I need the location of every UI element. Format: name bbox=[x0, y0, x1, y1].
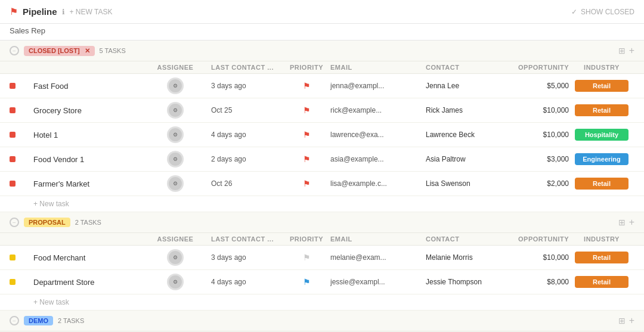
contact-value: Lisa Swenson bbox=[426, 179, 497, 188]
header: ⚑ Pipeline ℹ + NEW TASK ✓ SHOW CLOSED Sa… bbox=[0, 0, 644, 41]
opportunity-value: $10,000 bbox=[497, 106, 569, 114]
section-badge-proposal[interactable]: PROPOSAL bbox=[24, 218, 70, 227]
table-header-proposal: ASSIGNEE LAST CONTACT ... PRIORITY EMAIL… bbox=[0, 233, 644, 246]
email-value: lawrence@exa... bbox=[330, 131, 420, 139]
table-row: Grocery Store ⚙ Oct 25 ⚑ rick@example...… bbox=[0, 98, 644, 123]
priority-flag: ⚑ bbox=[283, 154, 330, 164]
opportunity-value: $8,000 bbox=[497, 278, 569, 286]
page-title: Pipeline bbox=[23, 7, 57, 17]
row-dot bbox=[10, 181, 16, 187]
email-value: jessie@exampl... bbox=[330, 278, 420, 286]
table-row: Food Merchant ⚙ 3 days ago ⚑ melanie@exa… bbox=[0, 246, 644, 270]
avatar: ⚙ bbox=[167, 274, 184, 290]
last-contact-value: 3 days ago bbox=[211, 253, 283, 262]
table-header-closed: ASSIGNEE LAST CONTACT ... PRIORITY EMAIL… bbox=[0, 61, 644, 74]
task-name[interactable]: Grocery Store bbox=[33, 106, 140, 115]
section-tasks-count-proposal: 2 TASKS bbox=[75, 219, 101, 226]
email-value: melanie@exam... bbox=[330, 253, 420, 262]
last-contact-value: 4 days ago bbox=[211, 131, 283, 139]
contact-value: Rick James bbox=[426, 106, 497, 114]
add-section-item-icon[interactable]: + bbox=[629, 217, 634, 228]
show-closed-button[interactable]: SHOW CLOSED bbox=[581, 8, 634, 16]
pipeline-content: − CLOSED [LOST] ✕ 5 TASKS ⊞ + ASSIGNEE L… bbox=[0, 41, 644, 332]
section-proposal: − PROPOSAL 2 TASKS ⊞ + ASSIGNEE LAST CON… bbox=[0, 212, 644, 311]
last-contact-value: 4 days ago bbox=[211, 278, 283, 286]
task-name[interactable]: Fast Food bbox=[33, 82, 140, 91]
row-dot bbox=[10, 83, 16, 89]
email-value: lisa@example.c... bbox=[330, 179, 420, 188]
section-closed-lost: − CLOSED [LOST] ✕ 5 TASKS ⊞ + ASSIGNEE L… bbox=[0, 41, 644, 212]
email-value: jenna@exampl... bbox=[330, 82, 420, 90]
priority-flag: ⚑ bbox=[283, 81, 330, 91]
new-task-button-proposal[interactable]: + New task bbox=[0, 294, 644, 311]
section-collapse-icon[interactable]: − bbox=[10, 46, 19, 55]
priority-flag: ⚑ bbox=[283, 277, 330, 287]
priority-flag: ⚑ bbox=[283, 106, 330, 115]
avatar: ⚙ bbox=[167, 249, 184, 266]
avatar: ⚙ bbox=[167, 126, 184, 143]
task-name[interactable]: Department Store bbox=[33, 278, 140, 287]
contact-value: Lawrence Beck bbox=[426, 131, 497, 139]
table-row: Farmer's Market ⚙ Oct 26 ⚑ lisa@example.… bbox=[0, 172, 644, 196]
industry-badge: Retail bbox=[575, 252, 628, 263]
email-value: rick@example... bbox=[330, 106, 420, 114]
industry-badge: Retail bbox=[575, 80, 628, 92]
email-value: asia@example... bbox=[330, 155, 420, 163]
breadcrumb-sales-rep: Sales Rep bbox=[10, 26, 45, 35]
last-contact-value: Oct 25 bbox=[211, 106, 283, 114]
info-icon[interactable]: ℹ bbox=[62, 8, 65, 16]
contact-value: Melanie Morris bbox=[426, 253, 497, 262]
industry-badge: Engineering bbox=[575, 153, 628, 165]
row-dot bbox=[10, 156, 16, 162]
avatar: ⚙ bbox=[167, 77, 184, 94]
avatar: ⚙ bbox=[167, 175, 184, 192]
industry-badge: Retail bbox=[575, 178, 628, 190]
task-name[interactable]: Food Merchant bbox=[33, 253, 140, 262]
table-row: Food Vendor 1 ⚙ 2 days ago ⚑ asia@exampl… bbox=[0, 147, 644, 172]
section-badge-closed[interactable]: CLOSED [LOST] ✕ bbox=[24, 46, 95, 56]
table-row: Department Store ⚙ 4 days ago ⚑ jessie@e… bbox=[0, 270, 644, 294]
section-tasks-count-demo: 2 TASKS bbox=[58, 317, 84, 324]
opportunity-value: $10,000 bbox=[497, 253, 569, 262]
last-contact-value: 2 days ago bbox=[211, 155, 283, 163]
contact-value: Asia Paltrow bbox=[426, 155, 497, 163]
task-name[interactable]: Farmer's Market bbox=[33, 179, 140, 188]
task-name[interactable]: Hotel 1 bbox=[33, 131, 140, 139]
add-section-item-icon[interactable]: + bbox=[629, 45, 634, 56]
table-view-icon[interactable]: ⊞ bbox=[618, 46, 626, 55]
new-task-button-closed[interactable]: + New task bbox=[0, 196, 644, 212]
section-tasks-count-closed: 5 TASKS bbox=[100, 47, 126, 54]
contact-value: Jenna Lee bbox=[426, 82, 497, 90]
opportunity-value: $3,000 bbox=[497, 155, 569, 163]
row-dot bbox=[10, 255, 16, 260]
section-collapse-icon[interactable]: − bbox=[10, 218, 19, 227]
priority-flag: ⚑ bbox=[283, 253, 330, 262]
row-dot bbox=[10, 107, 16, 113]
add-section-item-icon[interactable]: + bbox=[629, 315, 634, 326]
pipeline-icon: ⚑ bbox=[10, 6, 18, 17]
contact-value: Jessie Thompson bbox=[426, 278, 497, 286]
priority-flag: ⚑ bbox=[283, 179, 330, 188]
industry-badge: Retail bbox=[575, 104, 628, 116]
table-row: Fast Food ⚙ 3 days ago ⚑ jenna@exampl...… bbox=[0, 74, 644, 98]
table-view-icon[interactable]: ⊞ bbox=[618, 218, 626, 227]
section-badge-demo[interactable]: DEMO bbox=[24, 316, 53, 325]
avatar: ⚙ bbox=[167, 102, 184, 119]
new-task-button[interactable]: + NEW TASK bbox=[70, 8, 113, 16]
avatar: ⚙ bbox=[167, 151, 184, 167]
section-demo: − DEMO 2 TASKS ⊞ + ASSIGNEE LAST CONTACT… bbox=[0, 311, 644, 332]
priority-flag: ⚑ bbox=[283, 130, 330, 139]
checkmark-icon: ✓ bbox=[571, 8, 577, 16]
industry-badge: Retail bbox=[575, 276, 628, 288]
opportunity-value: $10,000 bbox=[497, 131, 569, 139]
last-contact-value: Oct 26 bbox=[211, 179, 283, 188]
opportunity-value: $5,000 bbox=[497, 82, 569, 90]
section-collapse-icon[interactable]: − bbox=[10, 316, 19, 325]
row-dot bbox=[10, 279, 16, 285]
table-view-icon[interactable]: ⊞ bbox=[618, 316, 626, 325]
opportunity-value: $2,000 bbox=[497, 179, 569, 188]
table-row: Hotel 1 ⚙ 4 days ago ⚑ lawrence@exa... L… bbox=[0, 123, 644, 147]
task-name[interactable]: Food Vendor 1 bbox=[33, 155, 140, 164]
last-contact-value: 3 days ago bbox=[211, 82, 283, 90]
row-dot bbox=[10, 132, 16, 138]
